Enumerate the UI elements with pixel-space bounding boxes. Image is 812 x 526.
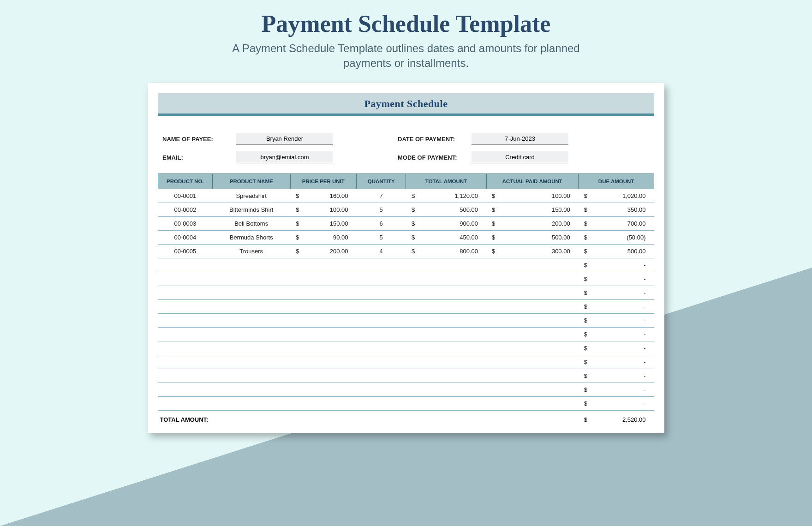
cell-product-name: Spreadshirt [212,189,290,203]
date-label: DATE OF PAYMENT: [398,136,472,143]
sheet-banner-title: Payment Schedule [158,98,654,110]
table-row-empty: $- [158,314,654,328]
cell-due-empty: $- [579,383,654,397]
cell-ppu: $90.00 [290,231,356,245]
cell-due-empty: $- [579,341,654,355]
cell-paid: $150.00 [486,203,579,217]
cell-total: $800.00 [406,245,486,258]
sheet-banner: Payment Schedule [158,93,654,116]
total-label: TOTAL AMOUNT: [158,411,579,425]
col-product-name: PRODUCT NAME [212,174,290,189]
table-row-empty: $- [158,258,654,272]
table-row: 00-0004Bermuda Shorts$90.005$450.00$500.… [158,231,654,245]
table-row-empty: $- [158,341,654,355]
page-subtitle: A Payment Schedule Template outlines dat… [217,41,595,71]
cell-due-empty: $- [579,300,654,314]
cell-total: $1,120.00 [406,189,486,203]
cell-paid: $500.00 [486,231,579,245]
cell-due-empty: $- [579,258,654,272]
cell-due-empty: $- [579,286,654,300]
info-block: NAME OF PAYEE: Bryan Render EMAIL: bryan… [158,116,654,173]
col-total-amount: TOTAL AMOUNT [406,174,486,189]
cell-product-no: 00-0004 [158,231,213,245]
cell-qty: 5 [356,203,406,217]
cell-ppu: $100.00 [290,203,356,217]
table-row: 00-0001Spreadshirt$160.007$1,120.00$100.… [158,189,654,203]
table-row-empty: $- [158,397,654,411]
cell-due: $(50.00) [579,231,654,245]
cell-qty: 7 [356,189,406,203]
date-value: 7-Jun-2023 [472,133,568,145]
table-row: 00-0005Trousers$200.004$800.00$300.00$50… [158,245,654,258]
cell-due-empty: $- [579,314,654,328]
cell-product-no: 00-0003 [158,217,213,231]
cell-due-empty: $- [579,397,654,411]
col-quantity: QUANTITY [356,174,406,189]
cell-total: $900.00 [406,217,486,231]
payment-table: PRODUCT NO. PRODUCT NAME PRICE PER UNIT … [158,173,654,425]
cell-due: $350.00 [579,203,654,217]
cell-paid: $200.00 [486,217,579,231]
cell-total: $450.00 [406,231,486,245]
cell-product-no: 00-0005 [158,245,213,258]
cell-qty: 5 [356,231,406,245]
cell-due: $700.00 [579,217,654,231]
cell-product-no: 00-0001 [158,189,213,203]
email-label: EMAIL: [162,154,236,161]
cell-product-no: 00-0002 [158,203,213,217]
table-header-row: PRODUCT NO. PRODUCT NAME PRICE PER UNIT … [158,174,654,189]
col-actual-paid: ACTUAL PAID AMOUNT [486,174,579,189]
table-row-empty: $- [158,286,654,300]
cell-due-empty: $- [579,272,654,286]
cell-ppu: $160.00 [290,189,356,203]
cell-qty: 6 [356,217,406,231]
payee-value: Bryan Render [236,133,333,145]
cell-ppu: $150.00 [290,217,356,231]
cell-total: $500.00 [406,203,486,217]
table-row-empty: $- [158,328,654,341]
table-row-empty: $- [158,369,654,383]
cell-product-name: Bell Bottoms [212,217,290,231]
cell-due-empty: $- [579,369,654,383]
table-row-empty: $- [158,355,654,369]
cell-due: $500.00 [579,245,654,258]
col-due-amount: DUE AMOUNT [579,174,654,189]
cell-due-empty: $- [579,328,654,341]
cell-due-empty: $- [579,355,654,369]
page-title: Payment Schedule Template [0,0,812,37]
cell-qty: 4 [356,245,406,258]
mode-label: MODE OF PAYMENT: [398,154,472,161]
col-product-no: PRODUCT NO. [158,174,213,189]
cell-product-name: Trousers [212,245,290,258]
payee-label: NAME OF PAYEE: [162,136,236,143]
table-row-empty: $- [158,272,654,286]
email-value: bryan@emial.com [236,151,333,163]
col-price-per-unit: PRICE PER UNIT [290,174,356,189]
table-row-empty: $- [158,383,654,397]
cell-ppu: $200.00 [290,245,356,258]
cell-product-name: Bermuda Shorts [212,231,290,245]
total-value: $2,520.00 [579,411,654,425]
table-row-empty: $- [158,300,654,314]
document-sheet: Payment Schedule NAME OF PAYEE: Bryan Re… [148,83,664,433]
mode-value: Credit card [472,151,568,163]
table-row: 00-0003Bell Bottoms$150.006$900.00$200.0… [158,217,654,231]
cell-paid: $300.00 [486,245,579,258]
table-total-row: TOTAL AMOUNT: $2,520.00 [158,411,654,425]
cell-product-name: Bitterminds Shirt [212,203,290,217]
cell-due: $1,020.00 [579,189,654,203]
table-row: 00-0002Bitterminds Shirt$100.005$500.00$… [158,203,654,217]
cell-paid: $100.00 [486,189,579,203]
